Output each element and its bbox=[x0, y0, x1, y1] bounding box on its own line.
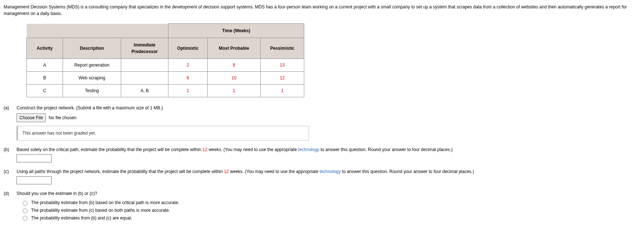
table-row: C Testing A, B 1 1 1 bbox=[27, 84, 304, 97]
part-b-answer-input[interactable] bbox=[16, 154, 52, 162]
part-c-label: (c) bbox=[4, 168, 15, 175]
cell-pred bbox=[121, 72, 168, 84]
cell-pess: 13 bbox=[261, 59, 304, 72]
cell-most: 9 bbox=[208, 59, 261, 72]
cell-pred bbox=[121, 59, 168, 72]
cell-desc: Web scraping bbox=[63, 72, 121, 84]
part-b-text: Based solely on the critical path, estim… bbox=[16, 147, 453, 152]
intro-text: Management Decision Systems (MDS) is a c… bbox=[4, 4, 640, 17]
table-row: B Web scraping 6 10 12 bbox=[27, 72, 304, 84]
part-c-answer-input[interactable] bbox=[16, 176, 52, 184]
part-a-text: Construct the project network. (Submit a… bbox=[16, 105, 163, 110]
part-d-radio-2[interactable] bbox=[23, 208, 27, 213]
cell-opt: 6 bbox=[168, 72, 208, 84]
cell-opt: 2 bbox=[168, 59, 208, 72]
part-d-text: Should you use the estimate in (b) or (c… bbox=[16, 191, 97, 196]
part-d-option-1[interactable]: The probability estimate from (b) based … bbox=[31, 200, 179, 205]
col-activity: Activity bbox=[27, 38, 63, 59]
table-row: A Report generation 2 9 13 bbox=[27, 59, 304, 72]
cell-activity: C bbox=[27, 84, 63, 97]
part-a-label: (a) bbox=[4, 105, 15, 111]
cell-pred: A, B bbox=[121, 84, 168, 97]
cell-opt: 1 bbox=[168, 84, 208, 97]
cell-pess: 12 bbox=[261, 72, 304, 84]
cell-most: 10 bbox=[208, 72, 261, 84]
cell-most: 1 bbox=[208, 84, 261, 97]
col-predecessor: Immediate Predecessor bbox=[121, 38, 168, 59]
part-d-option-2[interactable]: The probability estimate from (c) based … bbox=[31, 208, 170, 213]
col-pessimistic: Pessimistic bbox=[261, 38, 304, 59]
part-d-radio-1[interactable] bbox=[23, 201, 27, 206]
part-b-label: (b) bbox=[4, 146, 15, 153]
part-d-option-3[interactable]: The probability estimates from (b) and (… bbox=[31, 215, 132, 220]
activity-table: Time (Weeks) Activity Description Immedi… bbox=[26, 23, 304, 97]
file-status: No file chosen bbox=[49, 115, 77, 120]
col-optimistic: Optimistic bbox=[168, 38, 208, 59]
part-d-label: (d) bbox=[4, 190, 15, 197]
col-most-probable: Most Probable bbox=[208, 38, 261, 59]
cell-desc: Report generation bbox=[63, 59, 121, 72]
grade-status-box: This answer has not been graded yet. bbox=[16, 126, 309, 140]
col-description: Description bbox=[63, 38, 121, 59]
part-d-radio-3[interactable] bbox=[23, 216, 27, 221]
part-c-text: Using all paths through the project netw… bbox=[16, 169, 474, 174]
cell-pess: 1 bbox=[261, 84, 304, 97]
time-header: Time (Weeks) bbox=[168, 24, 304, 38]
cell-activity: B bbox=[27, 72, 63, 84]
cell-activity: A bbox=[27, 59, 63, 72]
choose-file-button[interactable]: Choose File bbox=[16, 113, 46, 122]
cell-desc: Testing bbox=[63, 84, 121, 97]
